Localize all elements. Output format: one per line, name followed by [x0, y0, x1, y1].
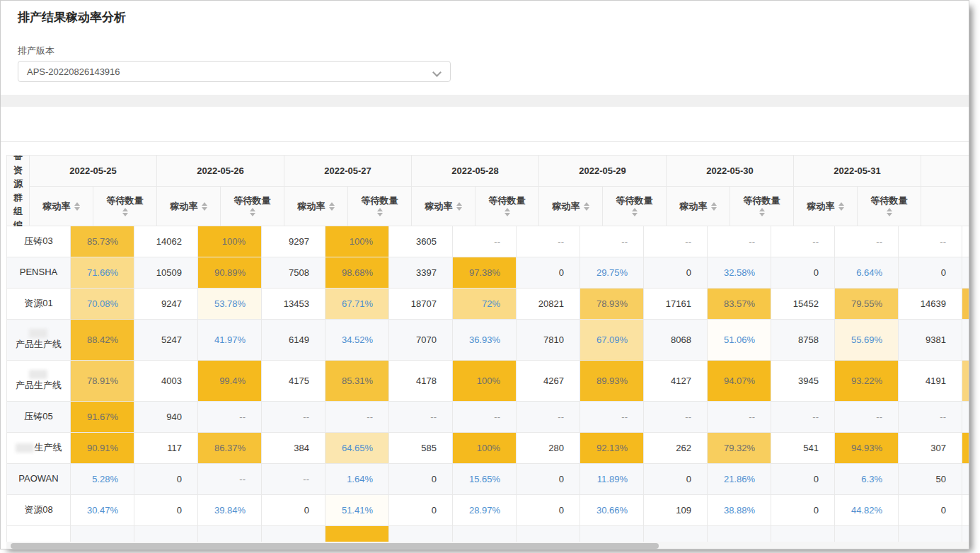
sort-icon[interactable] [632, 208, 638, 216]
sort-icon[interactable] [505, 208, 510, 216]
rate-cell: 15.65% [453, 464, 517, 495]
row-header-label: 压铸05 [24, 410, 52, 424]
date-header: 2022-05-28 [412, 156, 539, 187]
wait-cell: 0 [262, 495, 325, 526]
subheader-row: 稼动率等待数量 [157, 187, 284, 226]
wait-cell: 0 [517, 464, 580, 495]
date-header: 2022-05-27 [284, 156, 412, 187]
caret-up-icon [456, 202, 462, 206]
rate-cell: -- [453, 402, 517, 433]
wait-cell: 280 [517, 433, 580, 464]
rate-column-header[interactable]: 稼动率 [412, 187, 475, 226]
sort-icon[interactable] [887, 208, 892, 216]
wait-header-label: 等待数量 [871, 196, 908, 206]
horizontal-scrollbar-track[interactable] [6, 542, 969, 549]
rate-cell [708, 526, 771, 542]
caret-down-icon [759, 213, 765, 216]
wait-cell: 0 [134, 495, 198, 526]
sort-icon[interactable] [329, 202, 335, 211]
caret-up-icon [122, 208, 128, 211]
wait-column-header[interactable]: 等待数量 [603, 187, 667, 226]
rate-cell: 53.78% [198, 289, 262, 320]
sort-icon[interactable] [711, 202, 717, 211]
wait-cell: 4191 [899, 361, 962, 402]
schedule-version-select[interactable]: APS-20220826143916 [18, 61, 451, 82]
sort-icon[interactable] [122, 208, 128, 216]
rate-cell: 55.69% [835, 320, 899, 361]
row-header: PENSHA [7, 257, 71, 289]
sort-icon[interactable] [202, 202, 207, 211]
wait-cell: 13453 [262, 289, 325, 320]
rate-cell: 1.64% [325, 464, 389, 495]
wait-cell: -- [262, 464, 325, 495]
table-row: 生产线90.91%11786.37%38464.65%585100%28092.… [7, 433, 969, 464]
rate-column-header[interactable]: 稼动率 [157, 187, 221, 226]
date-column-group: 2022-05-26稼动率等待数量 [157, 156, 284, 226]
wait-cell: 0 [517, 257, 580, 289]
caret-down-icon [74, 207, 80, 211]
rate-column-header[interactable]: 稼动率 [284, 187, 348, 226]
wait-cell: -- [899, 402, 962, 433]
wait-cell: -- [517, 226, 580, 257]
sort-icon[interactable] [838, 202, 844, 211]
rate-header-label: 稼动率 [553, 200, 580, 213]
wait-cell: 384 [262, 433, 325, 464]
wait-cell: 5247 [134, 320, 198, 361]
wait-cell: 20821 [517, 289, 580, 320]
table-row: 资源0830.47%039.84%051.41%028.97%030.66%10… [7, 495, 969, 526]
wait-cell: 3605 [389, 226, 453, 257]
sort-icon[interactable] [74, 202, 80, 211]
rate-column-header[interactable]: 稼动率 [667, 187, 730, 226]
date-header: 2022-05-29 [539, 156, 667, 187]
wait-cell: 109 [644, 495, 708, 526]
subheader-row [921, 187, 969, 226]
clipped-next-column-cell [962, 361, 969, 402]
rate-cell: -- [453, 226, 517, 257]
sort-icon[interactable] [377, 208, 383, 216]
wait-cell: 0 [389, 495, 453, 526]
wait-cell: 4003 [134, 361, 198, 402]
sort-icon[interactable] [456, 202, 462, 211]
rate-cell [580, 526, 644, 542]
wait-cell: 14639 [899, 289, 962, 320]
utilization-analysis-panel: 排产结果稼动率分析 排产版本 APS-20220826143916 设备资源群组… [0, 0, 969, 549]
rate-column-header[interactable]: 稼动率 [794, 187, 858, 226]
wait-column-header[interactable]: 等待数量 [348, 187, 412, 226]
wait-header-label: 等待数量 [362, 196, 398, 206]
wait-cell: -- [771, 402, 835, 433]
rate-column-header[interactable] [921, 187, 969, 226]
rate-cell: 6.64% [835, 257, 899, 289]
caret-up-icon [584, 202, 589, 206]
wait-cell: 6149 [262, 320, 325, 361]
horizontal-scrollbar-thumb[interactable] [11, 543, 659, 549]
rate-cell [325, 526, 389, 542]
wait-cell: 0 [644, 257, 708, 289]
rate-cell: 79.32% [708, 433, 771, 464]
wait-cell: 0 [644, 464, 708, 495]
rate-cell: 34.52% [325, 320, 389, 361]
wait-column-header[interactable]: 等待数量 [730, 187, 794, 226]
rate-column-header[interactable]: 稼动率 [30, 187, 93, 226]
caret-down-icon [122, 213, 128, 216]
wait-column-header[interactable]: 等待数量 [221, 187, 284, 226]
sort-icon[interactable] [250, 208, 255, 216]
wait-column-header[interactable]: 等待数量 [93, 187, 157, 226]
wait-column-header[interactable]: 等待数量 [858, 187, 921, 226]
sort-icon[interactable] [759, 208, 765, 216]
schedule-version-label: 排产版本 [18, 45, 54, 57]
wait-cell: 262 [644, 433, 708, 464]
caret-down-icon [584, 207, 589, 211]
wait-cell: 7070 [389, 320, 453, 361]
wait-header-label: 等待数量 [616, 196, 653, 206]
wait-column-header[interactable]: 等待数量 [475, 187, 539, 226]
rate-cell: 100% [325, 226, 389, 257]
rate-cell [71, 526, 134, 542]
wait-header-label: 等待数量 [744, 196, 780, 206]
date-header: 2022-05-31 [794, 156, 921, 187]
wait-cell: 0 [134, 464, 198, 495]
wait-cell: 585 [389, 433, 453, 464]
rate-cell [453, 526, 517, 542]
caret-up-icon [711, 202, 717, 206]
rate-column-header[interactable]: 稼动率 [539, 187, 603, 226]
sort-icon[interactable] [584, 202, 589, 211]
